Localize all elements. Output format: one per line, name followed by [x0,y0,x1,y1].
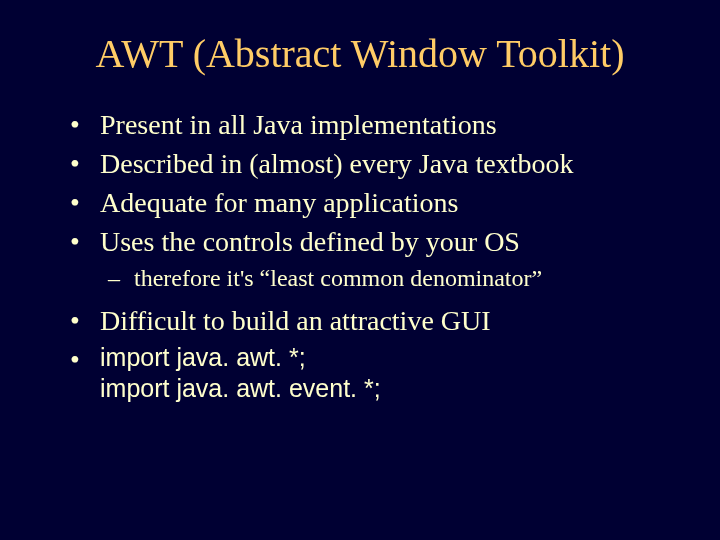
bullet-text: Difficult to build an attractive GUI [100,303,680,338]
bullet-item: • Present in all Java implementations [70,107,680,142]
bullet-item: • Difficult to build an attractive GUI [70,303,680,338]
bullet-icon: • [70,107,100,142]
bullet-item: • import java. awt. *; import java. awt.… [70,342,680,405]
bullet-icon: • [70,342,100,377]
slide-body: • Present in all Java implementations • … [70,107,680,405]
slide-title: AWT (Abstract Window Toolkit) [40,30,680,77]
code-line: import java. awt. event. *; [100,374,381,402]
sub-bullet-item: – therefore it's “least common denominat… [70,263,680,293]
bullet-icon: • [70,146,100,181]
bullet-text: Adequate for many applications [100,185,680,220]
dash-icon: – [108,263,134,293]
bullet-text: Uses the controls defined by your OS [100,224,680,259]
bullet-icon: • [70,185,100,220]
bullet-icon: • [70,303,100,338]
sub-bullet-text: therefore it's “least common denominator… [134,263,542,293]
bullet-item: • Described in (almost) every Java textb… [70,146,680,181]
bullet-text: Present in all Java implementations [100,107,680,142]
code-line: import java. awt. *; [100,343,306,371]
slide: AWT (Abstract Window Toolkit) • Present … [0,0,720,540]
bullet-icon: • [70,224,100,259]
bullet-text: Described in (almost) every Java textboo… [100,146,680,181]
bullet-text-code: import java. awt. *; import java. awt. e… [100,342,680,405]
bullet-item: • Uses the controls defined by your OS [70,224,680,259]
bullet-item: • Adequate for many applications [70,185,680,220]
